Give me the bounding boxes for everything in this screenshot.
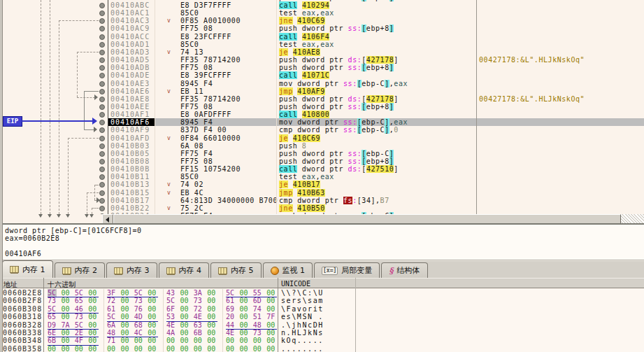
dump-row[interactable]: 0060B35800000000000000000000000000000000… bbox=[0, 345, 644, 352]
hex-byte[interactable]: 48 bbox=[253, 321, 262, 329]
disasm-row[interactable]: 00410ABCE8 D3F7FFFFcall 410294 bbox=[0, 1, 644, 9]
disasm-row[interactable]: 00410B1764:813D 34000000 B700cmp dword p… bbox=[0, 197, 644, 204]
disasm-row[interactable]: 00410AD5FF35 78714200push dword ptr ds:[… bbox=[0, 56, 644, 64]
disasm-row[interactable]: 00410B15EB 4Cvjmp 410B63 bbox=[0, 189, 644, 197]
breakpoint-dot[interactable] bbox=[99, 167, 105, 172]
hex-byte[interactable]: 5C bbox=[134, 289, 143, 297]
hex-byte[interactable]: 00 bbox=[61, 289, 70, 297]
hex-byte[interactable]: 63 bbox=[194, 321, 203, 329]
breakpoint-dot[interactable] bbox=[99, 159, 105, 164]
hex-byte[interactable]: 5C bbox=[107, 313, 116, 321]
tab-内存 3[interactable]: 内存 3 bbox=[106, 262, 157, 278]
hex-byte[interactable]: 00 bbox=[239, 289, 248, 297]
hex-byte[interactable]: 00 bbox=[239, 321, 248, 329]
breakpoint-dot[interactable] bbox=[99, 81, 105, 87]
hex-byte[interactable]: 00 bbox=[120, 329, 129, 337]
hex-byte[interactable]: 00 bbox=[88, 297, 97, 304]
hex-byte[interactable]: 00 bbox=[166, 337, 176, 344]
hex-byte[interactable]: 00 bbox=[207, 321, 216, 329]
hex-byte[interactable]: 4F bbox=[75, 337, 84, 344]
hex-byte[interactable]: 00 bbox=[226, 337, 235, 344]
hex-byte[interactable]: 00 bbox=[48, 345, 57, 352]
hex-byte[interactable]: 4C bbox=[134, 329, 143, 337]
hex-byte[interactable]: 76 bbox=[134, 305, 143, 313]
disasm-row[interactable]: 00410B2275 2Cvjne 410B50 bbox=[0, 204, 644, 212]
hex-byte[interactable]: 3A bbox=[194, 289, 203, 297]
hex-byte[interactable]: 00 bbox=[239, 337, 248, 344]
hex-byte[interactable]: 00 bbox=[226, 345, 235, 352]
breakpoint-dot[interactable] bbox=[99, 10, 105, 16]
hex-byte[interactable]: 00 bbox=[180, 313, 189, 321]
hex-byte[interactable]: 6A bbox=[107, 321, 116, 329]
tab-内存 4[interactable]: 内存 4 bbox=[159, 262, 210, 278]
hex-byte[interactable]: 00 bbox=[134, 337, 143, 344]
hex-byte[interactable]: 00 bbox=[180, 345, 189, 352]
tab-结构体[interactable]: 结构体 bbox=[381, 262, 427, 278]
breakpoint-dot[interactable] bbox=[99, 198, 105, 204]
hex-byte[interactable]: 00 bbox=[207, 345, 216, 352]
disasm-row[interactable]: 00410ACCE8 23FCFFFFcall 4106F4 bbox=[0, 33, 644, 41]
hex-byte[interactable]: 00 bbox=[207, 313, 216, 321]
hex-byte[interactable]: 00 bbox=[75, 345, 84, 352]
hex-byte[interactable]: 00 bbox=[194, 345, 203, 352]
hex-byte[interactable]: 00 bbox=[148, 337, 157, 344]
breakpoint-dot[interactable] bbox=[99, 26, 105, 31]
breakpoint-dot[interactable] bbox=[99, 34, 105, 40]
hex-byte[interactable]: 00 bbox=[266, 337, 276, 344]
hex-byte[interactable]: 00 bbox=[239, 305, 248, 313]
hex-byte[interactable]: 00 bbox=[107, 345, 116, 352]
hex-byte[interactable]: 72 bbox=[107, 297, 116, 304]
breakpoint-dot[interactable] bbox=[99, 104, 105, 110]
disasm-row[interactable]: 00410B1374 02vje 410B17 bbox=[0, 181, 644, 188]
hex-byte[interactable]: 00 bbox=[120, 297, 129, 304]
hex-byte[interactable]: 00 bbox=[120, 305, 129, 313]
hex-byte[interactable]: 55 bbox=[253, 289, 262, 297]
hex-byte[interactable]: 00 bbox=[180, 297, 189, 304]
dump-row[interactable]: 0060B2F873006500720073005C00730061006D00… bbox=[0, 297, 644, 304]
breakpoint-dot[interactable] bbox=[99, 127, 105, 133]
hex-byte[interactable]: D9 bbox=[48, 321, 57, 329]
tab-内存 1[interactable]: 内存 1 bbox=[2, 260, 53, 278]
disasm-row[interactable]: 00410AE6EB 11vjmp 410AF9 bbox=[0, 87, 644, 95]
breakpoint-dot[interactable] bbox=[99, 206, 105, 211]
disasm-row[interactable]: 00410B05FF75 F4push dword ptr ss:[ebp-C] bbox=[0, 150, 644, 157]
hex-byte[interactable]: 00 bbox=[88, 305, 97, 313]
disasm-row[interactable]: 00410AFD0F84 66010000vje 410C69 bbox=[0, 134, 644, 142]
hex-byte[interactable]: 3F bbox=[107, 289, 116, 297]
hex-byte[interactable]: 48 bbox=[107, 329, 116, 337]
disasm-row[interactable]: 00410ADEE8 39FCFFFFcall 41071C bbox=[0, 71, 644, 79]
disasm-row[interactable]: 00410AC30F85 A0010000vjne 410C69 bbox=[0, 17, 644, 24]
hex-byte[interactable]: 7F bbox=[266, 313, 276, 321]
breakpoint-dot[interactable] bbox=[99, 136, 105, 141]
dump-row[interactable]: 0060B328D97A5C006A0068004E00630044004800… bbox=[0, 321, 644, 329]
disasm-row[interactable]: 00410AEEFF75 08push dword ptr ss:[ebp+8] bbox=[0, 103, 644, 111]
hex-byte[interactable]: 73 bbox=[48, 297, 57, 304]
hex-byte[interactable]: 00 bbox=[120, 313, 129, 321]
hex-byte[interactable]: 6E bbox=[48, 329, 57, 337]
hex-byte[interactable]: 00 bbox=[239, 297, 248, 304]
hex-byte[interactable]: 00 bbox=[239, 313, 248, 321]
hex-byte[interactable]: 00 bbox=[253, 345, 262, 352]
hex-byte[interactable]: 44 bbox=[226, 321, 235, 329]
hex-byte[interactable]: 20 bbox=[226, 313, 235, 321]
breakpoint-dot[interactable] bbox=[99, 174, 105, 180]
hex-byte[interactable]: 73 bbox=[75, 313, 84, 321]
hex-byte[interactable]: 00 bbox=[148, 313, 157, 321]
hex-byte[interactable]: 00 bbox=[61, 329, 70, 337]
hex-byte[interactable]: 6D bbox=[253, 297, 262, 304]
disasm-row[interactable]: 00410B08FF75 08push dword ptr ss:[ebp+8] bbox=[0, 157, 644, 165]
disasm-row[interactable]: 00410B036A 08push 8 bbox=[0, 142, 644, 150]
breakpoint-dot[interactable] bbox=[99, 50, 105, 55]
hex-byte[interactable]: 53 bbox=[166, 313, 176, 321]
hex-byte[interactable]: 6F bbox=[166, 305, 176, 313]
hex-byte[interactable]: 00 bbox=[148, 345, 157, 352]
hex-byte[interactable]: 00 bbox=[239, 345, 248, 352]
hex-byte[interactable]: 00 bbox=[207, 337, 216, 344]
breakpoint-dot[interactable] bbox=[99, 73, 105, 78]
hex-byte[interactable]: 7A bbox=[61, 321, 70, 329]
breakpoint-dot[interactable] bbox=[99, 112, 105, 118]
hex-byte[interactable]: 00 bbox=[61, 305, 70, 313]
hex-byte[interactable]: 00 bbox=[148, 321, 157, 329]
dump-row[interactable]: 0060B3085C004600610076006F00720069007400… bbox=[0, 305, 644, 313]
hex-byte[interactable]: 00 bbox=[239, 329, 248, 337]
